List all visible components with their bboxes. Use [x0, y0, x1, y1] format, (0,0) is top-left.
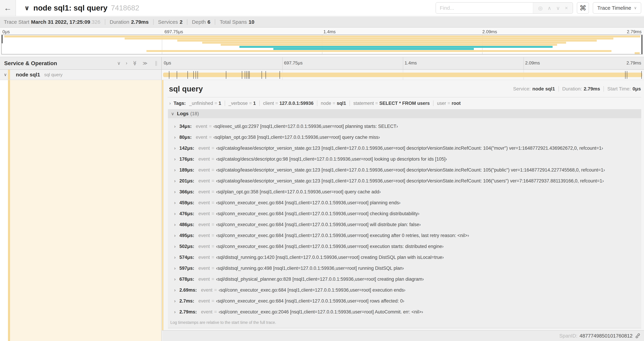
minimap-right-scrubber-handle[interactable] [642, 35, 642, 54]
chevron-right-icon: › [174, 222, 176, 227]
duration-value: 2.79ms [131, 19, 149, 25]
log-field-name: event [198, 276, 210, 282]
log-row[interactable]: ›495μs:event=‹sql/conn_executor_exec.go:… [168, 230, 641, 241]
span-duration-bar[interactable] [163, 73, 642, 77]
trace-collapse-chevron-icon[interactable]: ∨ [24, 4, 30, 12]
find-input[interactable] [436, 3, 533, 13]
log-row[interactable]: ›2.79ms:event=‹sql/conn_executor_exec.go… [168, 306, 641, 317]
equals-sign: = [375, 101, 378, 106]
equals-sign: = [276, 101, 278, 106]
log-timestamp: 459μs: [179, 200, 194, 205]
log-timestamp: 2.79ms: [179, 309, 197, 315]
equals-sign: = [212, 255, 214, 260]
log-value: ‹sql/conn_executor_exec.go:684 [nsql1,cl… [216, 298, 404, 304]
log-row[interactable]: ›678μs:event=‹sql/distsql_physical_plann… [168, 274, 641, 285]
log-timestamp: 2.69ms: [179, 287, 197, 293]
total-spans-value: 10 [248, 19, 254, 25]
keyboard-shortcuts-button[interactable]: ⌘ [577, 2, 589, 14]
minimap-span-bar [4, 36, 640, 38]
divider [604, 86, 604, 92]
log-row[interactable]: ›597μs:event=‹sql/distsql_running.go:498… [168, 263, 641, 274]
chevron-down-icon: ∨ [634, 6, 637, 10]
log-row[interactable]: ›574μs:event=‹sql/distsql_running.go:142… [168, 252, 641, 263]
span-detail-panel: sql query Service: node sql1 Duration: 2… [162, 80, 644, 330]
tag-value: 127.0.0.1:59936 [280, 101, 314, 106]
log-row[interactable]: ›2.7ms:event=‹sql/conn_executor_exec.go:… [168, 296, 641, 306]
log-row[interactable]: ›476μs:event=‹sql/conn_executor_exec.go:… [168, 208, 641, 219]
timeline-gridline [403, 57, 403, 69]
log-row[interactable]: ›502μs:event=‹sql/conn_executor_exec.go:… [168, 241, 641, 252]
log-value: ‹sql/catalog/descs/descriptor.go:98 [nsq… [216, 156, 447, 162]
span-detail-meta: Service: node sql1 Duration: 2.79ms Star… [513, 86, 641, 92]
log-timestamp: 574μs: [179, 255, 194, 260]
log-marker-tick [248, 71, 248, 79]
tag-key: statement [353, 101, 374, 106]
log-marker-tick [245, 71, 245, 79]
tag-value: sql1 [337, 101, 346, 106]
minimap-left-scrubber-handle[interactable] [2, 35, 2, 43]
chevron-right-icon: › [174, 146, 176, 151]
log-row[interactable]: ›459μs:event=‹sql/conn_executor_exec.go:… [168, 197, 641, 208]
tags-row[interactable]: › Tags: _unfinished=1_verbose=1client=12… [168, 97, 641, 109]
tag-value: 1 [253, 101, 256, 106]
expand-one-icon[interactable]: › [126, 61, 127, 66]
minimap-span-bar [240, 46, 552, 48]
log-field-name: event [198, 233, 210, 238]
chevron-down-icon: ∨ [171, 111, 174, 116]
log-row[interactable]: ›34μs:event=‹sql/exec_util.go:2297 [nsql… [168, 121, 641, 132]
find-controls: ◎ ∧ ∨ × [533, 3, 573, 13]
tag-key: client [263, 101, 274, 106]
log-row[interactable]: ›80μs:event=‹sql/plan_opt.go:358 [nsql1,… [168, 132, 641, 143]
log-field-name: event [196, 124, 207, 129]
log-value: ‹sql/conn_executor_exec.go:684 [nsql1,cl… [216, 222, 421, 227]
view-selector-button[interactable]: Trace Timeline ∨ [593, 2, 641, 14]
minimap-span-bar [635, 52, 640, 54]
expand-all-icon[interactable]: ≫ [143, 61, 148, 66]
log-row[interactable]: ›366μs:event=‹sql/plan_opt.go:358 [nsql1… [168, 186, 641, 197]
page-header: ← ∨ node sql1: sql query 7418682 ◎ ∧ ∨ ×… [0, 0, 644, 16]
collapse-one-icon[interactable]: ∨ [117, 61, 121, 66]
tag-key: _verbose [228, 101, 248, 106]
span-color-accent [8, 70, 10, 80]
next-match-icon[interactable]: ∨ [556, 5, 560, 11]
depth-value: 6 [208, 19, 210, 25]
minimap-canvas[interactable] [2, 35, 642, 54]
log-row[interactable]: ›201μs:event=‹sql/catalog/lease/descript… [168, 176, 641, 186]
span-row-name-cell[interactable]: ∨ node sql1 sql query [0, 70, 162, 80]
timeline-gridline [524, 57, 524, 69]
log-value: ‹sql/conn_executor_exec.go:2046 [nsql1,c… [219, 309, 423, 315]
equals-sign: = [214, 309, 217, 315]
tag-key: _unfinished [189, 101, 213, 106]
log-marker-tick [246, 71, 247, 79]
log-value: ‹sql/distsql_running.go:1420 [nsql1,clie… [216, 255, 444, 260]
log-row[interactable]: ›142μs:event=‹sql/catalog/lease/descript… [168, 143, 641, 154]
span-collapse-chevron-icon[interactable]: ∨ [4, 72, 7, 77]
span-bar-cell[interactable] [163, 70, 642, 80]
log-row[interactable]: ›189μs:event=‹sql/catalog/lease/descript… [168, 165, 641, 176]
log-row[interactable]: ›486μs:event=‹sql/conn_executor_exec.go:… [168, 219, 641, 230]
chevron-right-icon: › [174, 309, 176, 314]
column-resizer-grip[interactable] [156, 61, 157, 66]
match-highlight-icon[interactable]: ◎ [538, 5, 542, 11]
log-timestamp: 189μs: [179, 167, 194, 173]
trace-minimap[interactable]: 0μs 697.75μs 1.4ms 2.09ms 2.79ms [0, 28, 644, 57]
equals-sign: = [212, 276, 214, 282]
prev-match-icon[interactable]: ∧ [548, 5, 552, 11]
collapse-all-icon[interactable]: ≫ [132, 61, 138, 66]
duration-label: Duration [110, 19, 129, 25]
deep-link-icon[interactable] [635, 333, 640, 338]
back-button[interactable]: ← [0, 0, 16, 16]
clear-find-icon[interactable]: × [565, 5, 568, 11]
services-label: Services [158, 19, 178, 25]
logs-header[interactable]: ∨ Logs (18) [168, 109, 641, 118]
minimap-tick-label: 1.4ms [324, 29, 336, 35]
start-time-label: Start Time: [607, 86, 631, 92]
chevron-right-icon: › [174, 277, 176, 282]
tag-separator [350, 101, 350, 106]
log-row[interactable]: ›176μs:event=‹sql/catalog/descs/descript… [168, 154, 641, 165]
log-row[interactable]: ›2.69ms:event=‹sql/conn_executor_exec.go… [168, 285, 641, 296]
log-marker-tick [266, 71, 266, 79]
back-arrow-icon: ← [4, 3, 12, 13]
log-marker-tick [196, 71, 196, 79]
log-timestamp: 495μs: [179, 233, 194, 238]
